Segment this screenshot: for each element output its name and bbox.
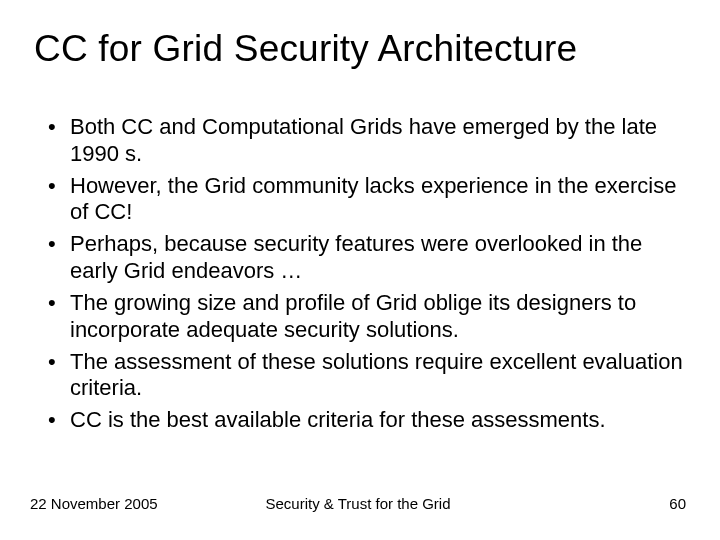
bullet-list: Both CC and Computational Grids have eme… bbox=[34, 114, 686, 434]
list-item: Perhaps, because security features were … bbox=[44, 231, 686, 285]
footer-page: 60 bbox=[669, 495, 686, 512]
list-item: The growing size and profile of Grid obl… bbox=[44, 290, 686, 344]
footer: 22 November 2005 Security & Trust for th… bbox=[30, 495, 686, 512]
footer-date: 22 November 2005 bbox=[30, 495, 158, 512]
list-item: CC is the best available criteria for th… bbox=[44, 407, 686, 434]
list-item: However, the Grid community lacks experi… bbox=[44, 173, 686, 227]
list-item: The assessment of these solutions requir… bbox=[44, 349, 686, 403]
slide: CC for Grid Security Architecture Both C… bbox=[0, 0, 720, 540]
list-item: Both CC and Computational Grids have eme… bbox=[44, 114, 686, 168]
footer-center: Security & Trust for the Grid bbox=[265, 495, 450, 512]
slide-title: CC for Grid Security Architecture bbox=[34, 28, 686, 70]
